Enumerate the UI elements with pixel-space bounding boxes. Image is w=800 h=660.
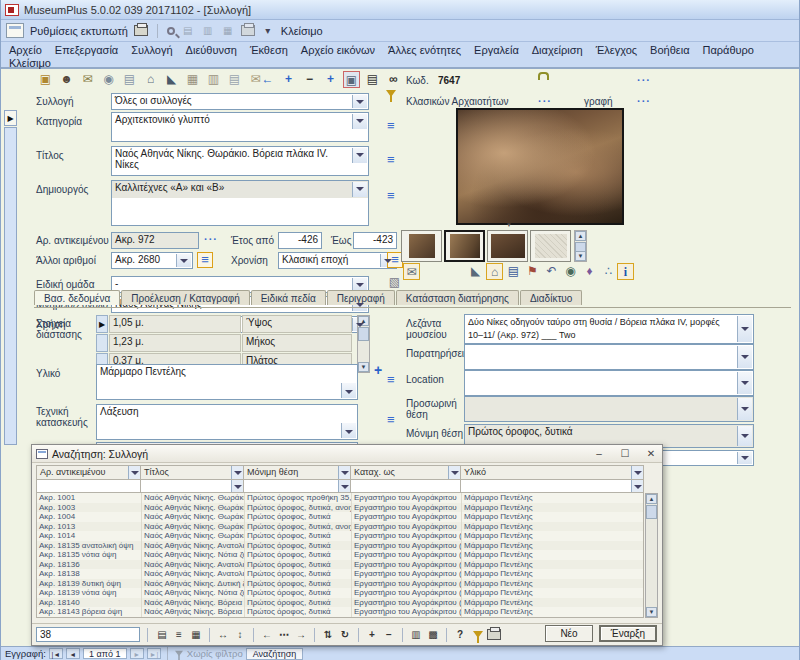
start-button[interactable]: Έναρξη: [599, 625, 657, 642]
menu-item[interactable]: Επεξεργασία: [55, 44, 118, 56]
archive-icon[interactable]: ▦: [184, 71, 201, 88]
results-scrollbar[interactable]: ▲ ▼: [645, 493, 658, 618]
first-record-button[interactable]: |◄: [49, 648, 63, 659]
goto-prev-icon[interactable]: ←: [260, 628, 274, 642]
thumbnail-1[interactable]: [401, 230, 442, 262]
menu-item-close[interactable]: Κλείσιμο: [9, 57, 51, 69]
filter-icon[interactable]: [473, 631, 483, 638]
dimension-row[interactable]: 1,23 μ.Μήκος: [96, 334, 352, 352]
filter-cell[interactable]: [244, 480, 351, 493]
result-row[interactable]: Ακρ. 18139 δυτική όψηΝαός Αθηνάς Νίκης. …: [37, 579, 643, 589]
column-dropdown-icon[interactable]: [128, 466, 140, 479]
result-row[interactable]: Ακρ. 18135 νότια όψηΝαός Αθηνάς Νίκης. Ν…: [37, 550, 643, 560]
material-select[interactable]: Μάρμαρο Πεντέλης: [96, 364, 358, 400]
last-record-button[interactable]: ►|: [147, 648, 161, 659]
quick-print-icon[interactable]: [241, 25, 255, 36]
system-menu-icon[interactable]: [6, 23, 24, 38]
menu-item[interactable]: Αρχείο εικόνων: [301, 44, 375, 56]
filter-cell[interactable]: [141, 480, 244, 493]
minimize-button[interactable]: –: [588, 447, 610, 461]
dimension-value[interactable]: 1,05 μ.: [109, 315, 241, 333]
report-icon[interactable]: ▤: [226, 71, 243, 88]
chart-icon[interactable]: ◣: [467, 263, 484, 280]
add-record-icon[interactable]: +: [280, 71, 297, 88]
remove-result-icon[interactable]: −: [382, 628, 396, 642]
flag-icon[interactable]: ⚑: [524, 263, 541, 280]
page-icon[interactable]: ▤: [181, 24, 195, 38]
column-dropdown-icon[interactable]: [231, 466, 243, 479]
view-page-icon[interactable]: ▤: [155, 628, 169, 642]
goto-next-icon[interactable]: →: [294, 628, 308, 642]
close-dialog-button[interactable]: ✕: [640, 447, 662, 461]
result-count-field[interactable]: 38: [36, 627, 140, 642]
undo-icon[interactable]: ↶: [543, 263, 560, 280]
view-list-icon[interactable]: ≡: [172, 628, 186, 642]
binoculars-icon[interactable]: ∞: [385, 71, 402, 88]
filter-dropdown-icon[interactable]: [231, 480, 243, 492]
result-row[interactable]: Ακρ. 1001Ναός Αθηνάς Νίκης. Θωράκιο. Τμή…: [37, 493, 643, 503]
category-list-icon[interactable]: ≡: [387, 118, 395, 133]
other-numbers-select[interactable]: Ακρ. 2680: [111, 252, 193, 269]
print-results-icon[interactable]: [487, 629, 501, 640]
menu-item[interactable]: Αρχείο: [9, 44, 42, 56]
collection-select[interactable]: Όλες οι συλλογές: [111, 93, 369, 110]
goto-more-icon[interactable]: ⋯: [277, 628, 291, 642]
column-header[interactable]: Τίτλος: [141, 465, 244, 480]
scroll-down-icon[interactable]: ▼: [358, 362, 369, 372]
menu-item[interactable]: Άλλες ενότητες: [388, 44, 461, 56]
refresh-icon[interactable]: ↻: [338, 628, 352, 642]
result-row[interactable]: Ακρ. 18135 ανατολική όψηΝαός Αθηνάς Νίκη…: [37, 541, 643, 551]
record-selector-arrow[interactable]: ▶: [4, 110, 17, 126]
preview-eye-icon[interactable]: ◉: [100, 71, 117, 88]
prev-record-icon[interactable]: ←: [259, 71, 276, 88]
filter-cell[interactable]: [351, 480, 461, 493]
column-header[interactable]: Καταχ. ως: [351, 465, 461, 480]
result-row[interactable]: Ακρ. 1013Ναός Αθηνάς Νίκης. Θωράκιο. Δυτ…: [37, 522, 643, 532]
filter-cell[interactable]: [461, 480, 644, 493]
document-icon[interactable]: ▤: [121, 71, 138, 88]
home-icon[interactable]: ⌂: [486, 263, 503, 280]
year-to-field[interactable]: -423: [353, 232, 397, 249]
column-dropdown-icon[interactable]: [338, 466, 350, 479]
next-record-button[interactable]: ►: [130, 648, 144, 659]
tab-basic-data[interactable]: Βασ. δεδομένα: [34, 290, 120, 305]
sort-icon[interactable]: ⇅: [321, 628, 335, 642]
column-header[interactable]: Αρ. αντικειμένου: [36, 465, 141, 480]
temp-location-field[interactable]: [464, 396, 754, 422]
print-record-icon[interactable]: ▤: [364, 71, 381, 88]
result-row[interactable]: Ακρ. 18139 νότια όψηΝαός Αθηνάς Νίκης. Ν…: [37, 588, 643, 598]
close-button[interactable]: Κλείσιμο: [281, 25, 323, 37]
menu-item[interactable]: Εργαλεία: [474, 44, 519, 56]
creator-select[interactable]: Καλλιτέχνες «Α» και «Β»: [111, 180, 369, 226]
globe-icon[interactable]: ◉: [562, 263, 579, 280]
scroll-down-icon[interactable]: ▼: [646, 607, 657, 617]
remove-record-icon[interactable]: −: [301, 71, 318, 88]
prev-record-button[interactable]: ◄: [66, 648, 80, 659]
menu-item[interactable]: Διαχείριση: [532, 44, 583, 56]
menu-item[interactable]: Έλεγχος: [596, 44, 637, 56]
menu-item[interactable]: Διεύθυνση: [186, 44, 237, 56]
copy-icon[interactable]: ▩: [426, 628, 440, 642]
add-dimension-button[interactable]: +: [374, 362, 382, 378]
scroll-up-icon[interactable]: ▲: [575, 231, 586, 241]
department-ellipsis-button[interactable]: ···: [538, 95, 552, 107]
view-grid-icon[interactable]: ▦: [189, 628, 203, 642]
acquire-image-icon[interactable]: ✉: [403, 263, 420, 280]
menu-item[interactable]: Συλλογή: [131, 44, 172, 56]
museum-icon[interactable]: ▥: [205, 71, 222, 88]
row-selector[interactable]: ▶: [96, 315, 108, 333]
grafi-ellipsis-button[interactable]: ···: [637, 95, 651, 107]
insert-record-icon[interactable]: +: [322, 71, 339, 88]
code-ellipsis-button[interactable]: ···: [637, 74, 651, 86]
tab-2[interactable]: Ειδικά πεδία: [251, 290, 326, 305]
object-no-field[interactable]: Ακρ. 972: [111, 232, 199, 249]
filter-icon[interactable]: [386, 90, 396, 114]
scroll-down-icon[interactable]: ▼: [575, 251, 586, 261]
object-no-ellipsis-button[interactable]: ···: [204, 233, 218, 245]
row-selector[interactable]: [96, 334, 108, 352]
send-mail-icon[interactable]: ✉: [79, 71, 96, 88]
search-icon[interactable]: [167, 27, 175, 35]
info-icon[interactable]: i: [617, 263, 634, 280]
maximize-button[interactable]: ☐: [614, 447, 636, 461]
dropdown-arrow-icon[interactable]: ▾: [261, 24, 275, 38]
